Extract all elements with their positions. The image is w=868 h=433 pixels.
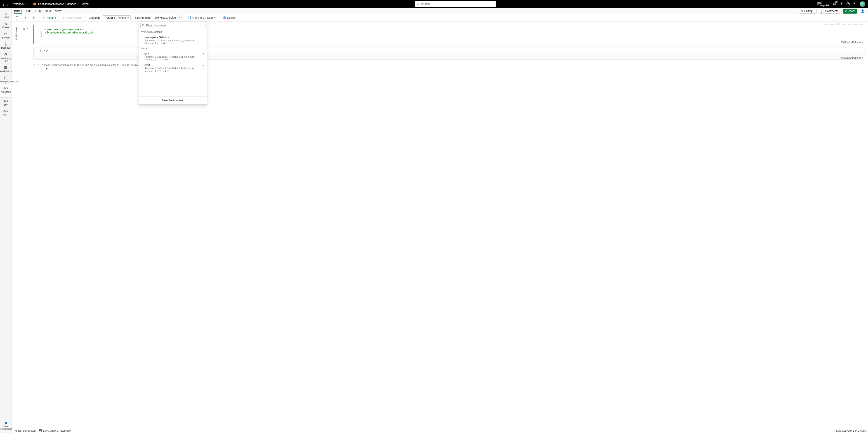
comments-button[interactable]: 💬Comments (819, 8, 840, 13)
status-bar: Not connected 💾 Save option: Automatic ⬚… (13, 428, 868, 433)
delete-cell-icon[interactable]: 🗑 (859, 24, 864, 25)
rail-create[interactable]: ⊕Create (0, 20, 11, 31)
rail-home[interactable]: ⌂Home (0, 10, 11, 20)
lakehouse-label: Lakehouses (15, 27, 18, 41)
save-state: Saved (81, 2, 89, 6)
rail-footer[interactable]: ◆Data Engineering (0, 419, 11, 433)
environment-select[interactable]: Workspace default▾ (153, 15, 182, 20)
tab-edit[interactable]: Edit (26, 8, 31, 13)
new-environment-button[interactable]: New Environment (139, 96, 207, 104)
vscode-icon (188, 16, 191, 20)
open-external-icon[interactable]: ↗ (202, 64, 205, 67)
help-icon[interactable] (846, 2, 850, 6)
language-select[interactable]: PySpark (Python)▾ (103, 16, 130, 20)
rail-env11[interactable]: </>env11 (0, 108, 11, 118)
code-line: # Welcome to your new notebook (44, 28, 85, 31)
separator (39, 16, 39, 20)
search-input[interactable] (421, 2, 494, 6)
rail-browse[interactable]: 🗀Browse (0, 31, 11, 41)
kernel-label: PySpark (Python) (841, 41, 861, 44)
tab-home[interactable]: Home (14, 8, 22, 13)
svg-line-6 (855, 3, 855, 4)
tab-view[interactable]: View (55, 8, 61, 13)
env-item-env[interactable]: env Runtime: 1.2 (Spark 3.4, Delta 2.4),… (139, 51, 207, 62)
env-item-workspace-settings[interactable]: ✓ Workspace Settings Runtime: 1.2 (Spark… (139, 34, 207, 46)
overflow-button[interactable]: 👤 (860, 8, 866, 13)
separator (86, 16, 86, 20)
separator (219, 16, 219, 20)
settings-button[interactable] (31, 16, 37, 20)
separator (133, 16, 133, 20)
avatar[interactable] (860, 1, 865, 7)
separator (30, 2, 30, 6)
chevron-down-icon[interactable]: ▾ (27, 27, 28, 31)
chevron-down-icon[interactable]: ▾ (90, 3, 92, 5)
comments-label: Comments (825, 9, 838, 13)
stop-icon (64, 17, 66, 19)
tab-run[interactable]: Run (35, 8, 41, 13)
search-box[interactable] (415, 1, 496, 7)
open-vscode-button[interactable]: Open in VS Code ▾ (186, 15, 217, 21)
top-right: Trial: 57 days left 5 (817, 1, 866, 7)
stop-session-button[interactable]: Stop session (62, 16, 84, 20)
lock-icon[interactable]: 🔒 (836, 24, 840, 25)
chevron-down-icon: ▾ (862, 41, 863, 44)
env-item-detail: Runtime: 1.2 (Spark 3.4, Delta 2.4), Com… (145, 67, 205, 73)
check-icon: ✓ (141, 36, 143, 39)
comment-cell-icon[interactable]: 💬 (847, 24, 852, 25)
env-filter-input[interactable] (146, 24, 204, 27)
lakehouse-panel[interactable]: Lakehouses (13, 24, 20, 45)
rail-notebook1[interactable]: </>Notebook 1 (0, 85, 11, 98)
env-section-items: Items (139, 46, 207, 51)
app-launcher-icon[interactable]: ⋮⋮⋮ (2, 2, 10, 6)
notifications-icon[interactable]: 5 (833, 2, 836, 6)
rail-workspaces-label: Workspaces (0, 70, 12, 73)
env-icon: </> (0, 109, 11, 113)
download-button[interactable] (23, 16, 29, 20)
connection-label: Not connected (18, 429, 35, 432)
freeze-icon[interactable]: ❄ (842, 24, 846, 25)
markdown-toggle-icon[interactable]: M↓ (824, 24, 829, 25)
open-external-icon[interactable]: ↗ (202, 53, 205, 56)
rail-monitoring-label: Monitoring hub (0, 57, 11, 62)
editing-mode-button[interactable]: ✎Editing▾ (799, 8, 817, 13)
plus-circle-icon: ⊕ (0, 22, 11, 26)
rail-monitoring[interactable]: ◔Monitoring hub (0, 51, 11, 64)
rail-demo-env[interactable]: ◫Shuaijun_Demo_Env (0, 74, 11, 85)
run-all-label: Run all (46, 16, 54, 20)
ribbon-tabs: Home Edit Run Data View ✎Editing▾ 💬Comme… (12, 8, 868, 14)
trial-label: Trial: (817, 1, 830, 4)
environment-label: Environment (135, 16, 151, 20)
success-icon: ✓ (37, 63, 39, 66)
more-icon[interactable]: ⋯ (853, 24, 858, 25)
kernel-picker[interactable]: PySpark (Python)▾ (841, 41, 863, 44)
run-cell-icon[interactable]: ▷ (23, 27, 26, 31)
comment-icon: 💬 (821, 9, 825, 13)
tab-data[interactable]: Data (45, 8, 51, 13)
rail-env[interactable]: </>env (0, 98, 11, 108)
save-button[interactable] (14, 16, 20, 20)
svg-point-3 (847, 2, 850, 5)
kernel-label: PySpark (Python) (841, 56, 861, 59)
rail-home-label: Home (3, 16, 9, 18)
cell-gutter: ▷ ▾ (23, 27, 28, 31)
cell-convert-icon[interactable]: ⧉ (830, 24, 834, 25)
env-filter-input-wrap[interactable] (141, 23, 206, 28)
rail-workspaces[interactable]: ▦Workspaces (0, 64, 11, 74)
selected-cells-label: Selected Cell 1 of 2 cells (836, 429, 866, 432)
environment-value: Workspace default (155, 16, 177, 19)
kernel-picker[interactable]: PySpark (Python)▾ (841, 56, 863, 59)
rail-data-hub[interactable]: 🗄Data hub (0, 41, 11, 51)
pencil-icon: ✎ (801, 9, 803, 13)
link-icon[interactable] (853, 2, 857, 6)
env-item-env11[interactable]: env11 Runtime: 1.2 (Spark 3.4, Delta 2.4… (139, 62, 207, 74)
select-cells-icon[interactable]: ⬚ (832, 429, 835, 432)
notebook-name[interactable]: Notebook 1 (13, 2, 26, 6)
save-option[interactable]: 💾 Save option: Automatic (39, 429, 70, 432)
share-button[interactable]: ↗Share (843, 8, 857, 13)
copilot-button[interactable]: Copilot (221, 16, 237, 20)
save-option-label: Save option: Automatic (43, 429, 71, 432)
settings-icon[interactable] (839, 2, 843, 6)
run-all-button[interactable]: ▷Run all ▾ (41, 16, 57, 20)
chevron-down-icon: ▾ (862, 57, 863, 59)
